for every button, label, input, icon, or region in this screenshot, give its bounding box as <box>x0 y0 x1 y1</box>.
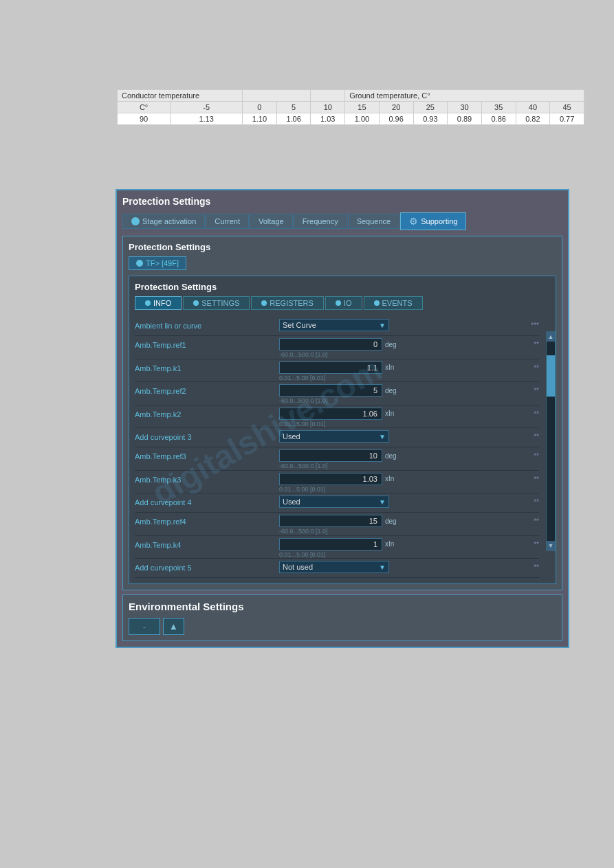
input-row-1: deg <box>279 338 522 350</box>
spacer-header <box>243 90 311 102</box>
dropdown-arrow-icon-8: ▼ <box>379 498 386 506</box>
label-curvepoint5: Add curvepoint 5 <box>135 561 279 572</box>
sub-tab-settings[interactable]: SETTINGS <box>183 296 250 310</box>
select-curvepoint5[interactable]: Not used ▼ <box>279 561 389 573</box>
stars-4: ** <box>522 408 539 418</box>
dropdown-arrow-icon-11: ▼ <box>379 564 386 571</box>
stars-1: ** <box>522 338 539 348</box>
sub-tab-info[interactable]: INFO <box>135 296 182 310</box>
col-m5: -5 <box>171 102 243 113</box>
setting-row-10: Amb.Temp.k4 xIn 0.01...5.00 [0.01] ** <box>135 536 539 559</box>
dropdown-arrow-icon-0: ▼ <box>379 322 386 329</box>
setting-row-5: Add curvepoint 3 Used ▼ ** <box>135 428 539 447</box>
scroll-down-button[interactable]: ▼ <box>547 541 555 550</box>
input-row-4: xIn <box>279 408 522 420</box>
env-minus-button[interactable]: - <box>129 618 160 635</box>
tab-sequence[interactable]: Sequence <box>348 214 400 229</box>
inner-section-title: Protection Settings <box>129 242 556 252</box>
control-amb-ref2: deg -60.0...500.0 [1.0] <box>279 384 522 404</box>
input-amb-ref1[interactable] <box>279 338 382 350</box>
cell-0-77: 0.77 <box>550 113 584 125</box>
breadcrumb-button[interactable]: TF> [49F] <box>129 256 186 270</box>
setting-row-3: Amb.Temp.ref2 deg -60.0...500.0 [1.0] ** <box>135 382 539 405</box>
cell-1-00: 1.00 <box>345 113 380 125</box>
stars-6: ** <box>522 449 539 460</box>
setting-row-2: Amb.Temp.k1 xIn 0.01...5.00 [0.01] ** <box>135 359 539 383</box>
label-ambient-lin: Ambient lin or curve <box>135 319 279 330</box>
input-row-10: xIn <box>279 538 522 550</box>
input-amb-k1[interactable] <box>279 361 382 374</box>
select-curvepoint3[interactable]: Used ▼ <box>279 430 389 443</box>
control-amb-ref4: deg -60.0...500.0 [1.0] <box>279 515 522 535</box>
col-5: 5 <box>276 102 311 113</box>
sub-tab-events[interactable]: EVENTS <box>364 296 423 310</box>
col-0: 0 <box>243 102 277 113</box>
input-amb-ref3[interactable] <box>279 449 382 462</box>
env-up-button[interactable]: ▲ <box>163 618 184 635</box>
input-amb-k4[interactable] <box>279 538 382 550</box>
unit-deg-3: deg <box>385 387 402 394</box>
cell-90: 90 <box>118 113 171 125</box>
stars-3: ** <box>522 384 539 394</box>
input-row-11: Not used ▼ <box>279 561 522 573</box>
sub-tabs-row: INFO SETTINGS REGISTERS IO EVENTS <box>135 296 550 310</box>
control-curvepoint5: Not used ▼ <box>279 561 522 573</box>
input-row-7: xIn <box>279 473 522 485</box>
info-dot-icon <box>145 300 151 306</box>
col-c: C° <box>118 102 171 113</box>
stars-10: ** <box>522 538 539 548</box>
stars-11: ** <box>522 561 539 571</box>
inner-inner-title: Protection Settings <box>135 282 550 292</box>
tab-voltage[interactable]: Voltage <box>250 214 293 229</box>
scroll-thumb[interactable] <box>547 355 555 397</box>
breadcrumb-dot-icon <box>136 260 143 267</box>
sub-tab-io[interactable]: IO <box>325 296 362 310</box>
cell-1-06: 1.06 <box>276 113 311 125</box>
settings-dot-icon <box>193 300 199 306</box>
control-ambient-lin: Set Curve ▼ <box>279 319 522 331</box>
col-20: 20 <box>379 102 413 113</box>
env-title: Environmental Settings <box>129 601 556 612</box>
conductor-temp-header: Conductor temperature <box>118 90 243 102</box>
label-amb-ref2: Amb.Temp.ref2 <box>135 384 279 395</box>
dropdown-arrow-icon-5: ▼ <box>379 433 386 441</box>
tab-supporting[interactable]: ⚙ Supporting <box>400 212 466 230</box>
select-curvepoint4[interactable]: Used ▼ <box>279 496 389 508</box>
control-amb-k3: xIn 0.01...5.00 [0.01] <box>279 473 522 493</box>
hint-10: 0.01...5.00 [0.01] <box>279 551 522 558</box>
hint-4: 0.01...5.00 [0.01] <box>279 421 522 427</box>
hint-6: -60.0...500.0 [1.0] <box>279 463 522 469</box>
sub-tab-registers[interactable]: REGISTERS <box>251 296 324 310</box>
registers-dot-icon <box>261 300 267 306</box>
input-amb-k2[interactable] <box>279 408 382 420</box>
control-curvepoint3: Used ▼ <box>279 430 522 443</box>
tab-current[interactable]: Current <box>206 214 249 229</box>
select-ambient-lin[interactable]: Set Curve ▼ <box>279 319 389 331</box>
hint-3: -60.0...500.0 [1.0] <box>279 397 522 404</box>
input-amb-ref4[interactable] <box>279 515 382 527</box>
unit-xin-7: xIn <box>385 475 402 482</box>
col-30: 30 <box>448 102 482 113</box>
col-40: 40 <box>516 102 550 113</box>
input-row-0: Set Curve ▼ <box>279 319 522 331</box>
input-row-9: deg <box>279 515 522 527</box>
settings-area: Ambient lin or curve Set Curve ▼ *** Amb… <box>135 317 550 578</box>
input-amb-ref2[interactable] <box>279 384 382 397</box>
setting-row-7: Amb.Temp.k3 xIn 0.01...5.00 [0.01] ** <box>135 471 539 494</box>
hint-9: -60.0...500.0 [1.0] <box>279 528 522 535</box>
stars-2: ** <box>522 361 539 372</box>
cell-0-96: 0.96 <box>379 113 413 125</box>
col-25: 25 <box>413 102 448 113</box>
stars-5: ** <box>522 430 539 441</box>
unit-deg-6: deg <box>385 452 402 460</box>
scroll-up-button[interactable]: ▲ <box>547 332 555 342</box>
setting-row-1: Amb.Temp.ref1 deg -60.0...500.0 [1.0] ** <box>135 336 539 359</box>
control-amb-k4: xIn 0.01...5.00 [0.01] <box>279 538 522 558</box>
setting-row-8: Add curvepoint 4 Used ▼ ** <box>135 493 539 513</box>
panel-title: Protection Settings <box>122 196 562 207</box>
input-amb-k3[interactable] <box>279 473 382 485</box>
tab-frequency[interactable]: Frequency <box>294 214 347 229</box>
unit-xin-10: xIn <box>385 540 402 548</box>
label-amb-ref4: Amb.Temp.ref4 <box>135 515 279 526</box>
tab-stage-activation[interactable]: Stage activation <box>122 214 205 229</box>
